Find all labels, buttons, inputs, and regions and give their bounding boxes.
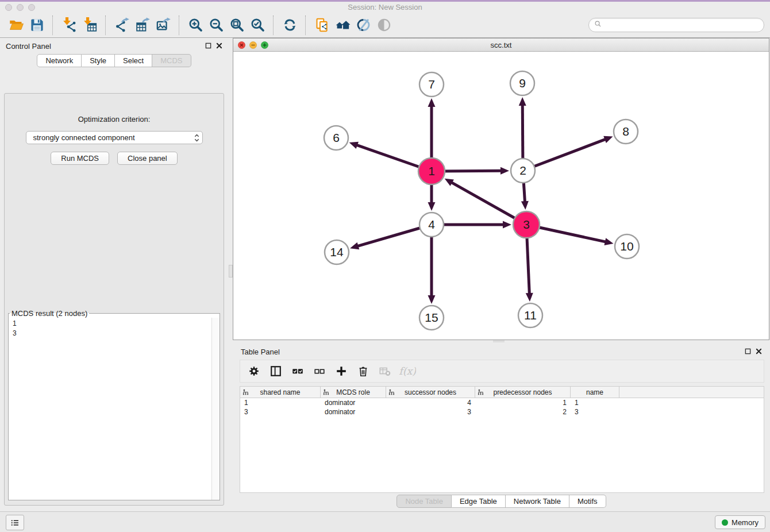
result-scrollbar[interactable]: [211, 318, 220, 500]
search-input[interactable]: [605, 20, 759, 30]
toggle-graphics-details-button[interactable]: [353, 16, 374, 35]
graph-edge-2-8[interactable]: [523, 136, 613, 171]
tab-mcds[interactable]: MCDS: [152, 54, 191, 67]
table-header-row: shared nameMCDS rolesuccessor nodesprede…: [240, 387, 764, 398]
column-header-shared-name[interactable]: shared name: [240, 387, 321, 398]
control-panel-title: Control Panel: [6, 42, 51, 51]
function-builder-button: f(x): [398, 362, 416, 380]
show-all-networks-button[interactable]: [332, 16, 353, 35]
graph-node-2[interactable]: 2: [511, 159, 535, 183]
tab-node-table[interactable]: Node Table: [396, 495, 452, 508]
toolbar-divider: [273, 16, 274, 35]
table-cell[interactable]: 1: [475, 399, 571, 407]
table-cell[interactable]: 2: [475, 408, 571, 416]
tab-network-table[interactable]: Network Table: [506, 495, 569, 508]
graph-node-4[interactable]: 4: [419, 213, 444, 237]
tab-network[interactable]: Network: [37, 54, 82, 67]
mcds-result-list[interactable]: 1 3: [9, 318, 211, 500]
close-panel-button[interactable]: Close panel: [117, 152, 178, 165]
table-cell[interactable]: dominator: [321, 408, 386, 416]
export-image-button[interactable]: [153, 16, 174, 35]
apply-layout-button[interactable]: [279, 16, 300, 35]
graph-node-9[interactable]: 9: [510, 71, 534, 95]
task-history-button[interactable]: [6, 515, 24, 530]
column-header-predecessor-nodes[interactable]: predecessor nodes: [475, 387, 571, 398]
close-panel-icon[interactable]: [216, 41, 222, 51]
graph-node-14[interactable]: 14: [325, 240, 349, 264]
deselect-all-columns-button[interactable]: [310, 362, 329, 380]
save-session-button[interactable]: [26, 16, 47, 35]
network-view-window: scc.txt 7968124314101511: [233, 38, 769, 340]
graph-node-15[interactable]: 15: [419, 306, 444, 330]
network-close-button[interactable]: [238, 41, 245, 51]
duplicate-network-button[interactable]: [311, 16, 332, 35]
import-network-from-file-button[interactable]: [59, 16, 79, 35]
network-canvas[interactable]: 7968124314101511: [233, 51, 769, 340]
svg-text:7: 7: [428, 78, 435, 91]
open-session-button[interactable]: [6, 16, 26, 35]
table-cell[interactable]: 3: [386, 408, 475, 416]
tab-edge-table[interactable]: Edge Table: [452, 495, 506, 508]
vertical-splitter-grip[interactable]: [229, 265, 233, 277]
tab-style[interactable]: Style: [82, 54, 115, 67]
run-mcds-button[interactable]: Run MCDS: [51, 152, 109, 165]
application-window: Session: New Session Control Panel Netwo…: [0, 0, 770, 532]
search-box[interactable]: [588, 18, 764, 32]
zoom-selected-button[interactable]: [247, 16, 268, 35]
zoom-out-button[interactable]: [206, 16, 226, 35]
table-cell[interactable]: dominator: [321, 399, 386, 407]
network-window-title: scc.txt: [491, 41, 512, 49]
tab-motifs[interactable]: Motifs: [569, 495, 606, 508]
tab-select[interactable]: Select: [115, 54, 152, 67]
column-header-MCDS-role[interactable]: MCDS role: [321, 387, 386, 398]
table-cell[interactable]: 3: [240, 408, 321, 416]
export-network-button[interactable]: [111, 16, 132, 35]
graph-node-8[interactable]: 8: [614, 119, 638, 144]
graph-node-11[interactable]: 11: [518, 303, 542, 327]
column-header-name[interactable]: name: [571, 387, 619, 398]
status-bar: Memory: [0, 511, 770, 532]
select-all-columns-button[interactable]: [288, 362, 307, 380]
import-table-from-file-button[interactable]: [79, 16, 100, 35]
memory-label: Memory: [732, 518, 759, 527]
minimize-window-button[interactable]: [17, 4, 24, 11]
graph-edge-3-1[interactable]: [445, 179, 526, 225]
memory-status-dot: [722, 519, 728, 526]
toolbar-divider: [52, 16, 53, 35]
graph-node-7[interactable]: 7: [419, 72, 444, 97]
float-table-panel-icon[interactable]: [745, 346, 751, 357]
network-minimize-button[interactable]: [249, 41, 257, 51]
table-cell[interactable]: 4: [386, 399, 475, 407]
create-new-column-button[interactable]: [332, 362, 351, 380]
zoom-window-button[interactable]: [28, 4, 35, 11]
table-panel-header: Table Panel: [233, 344, 770, 360]
fit-content-button[interactable]: [226, 16, 247, 35]
table-cell[interactable]: 1: [240, 399, 321, 407]
delete-columns-button[interactable]: [354, 362, 372, 380]
table-row-2[interactable]: 3dominator323: [240, 407, 764, 417]
column-header-successor-nodes[interactable]: successor nodes: [386, 387, 475, 398]
window-title: Session: New Session: [0, 3, 770, 11]
dropdown-stepper-icon: [194, 133, 200, 143]
table-cell[interactable]: 1: [571, 399, 619, 407]
table-cell[interactable]: 3: [571, 408, 619, 416]
graph-edge-4-14[interactable]: [350, 225, 432, 249]
horizontal-splitter-grip[interactable]: [493, 340, 505, 342]
svg-text:6: 6: [333, 131, 340, 144]
graph-node-10[interactable]: 10: [615, 234, 639, 259]
memory-button[interactable]: Memory: [715, 515, 765, 529]
optimization-criterion-dropdown[interactable]: strongly connected component: [26, 131, 203, 144]
graph-node-6[interactable]: 6: [324, 126, 348, 150]
zoom-in-button[interactable]: [185, 16, 206, 35]
show-columns-button[interactable]: [267, 362, 285, 380]
svg-text:15: 15: [425, 311, 438, 324]
close-table-panel-icon[interactable]: [756, 346, 762, 357]
close-window-button[interactable]: [5, 4, 12, 11]
export-table-button[interactable]: [132, 16, 153, 35]
table-options-button[interactable]: [245, 362, 263, 380]
graph-node-3[interactable]: 3: [513, 211, 540, 238]
graph-node-1[interactable]: 1: [418, 158, 445, 184]
float-panel-icon[interactable]: [205, 41, 211, 51]
network-zoom-button[interactable]: [261, 41, 268, 51]
table-row-1[interactable]: 1dominator411: [240, 398, 764, 407]
